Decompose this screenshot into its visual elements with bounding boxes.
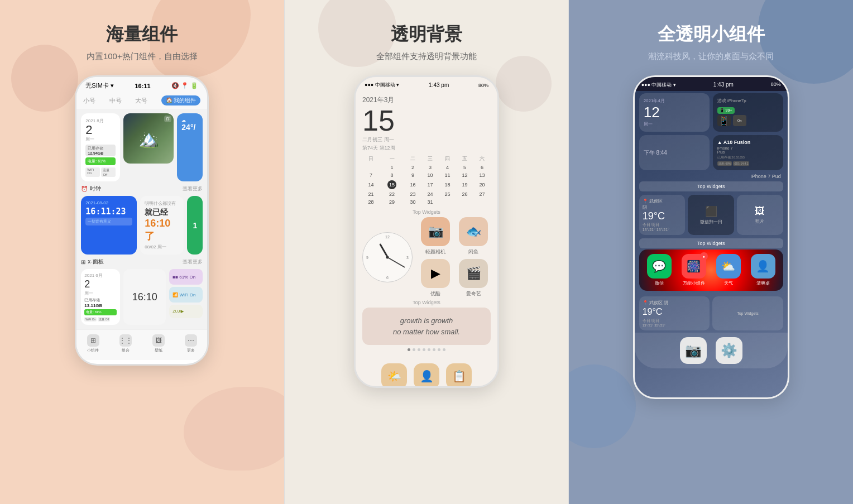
battery-3: 80% (771, 81, 781, 89)
cal-lunar: 二月初三 周一 (362, 136, 491, 143)
panel-widgets: 海量组件 内置100+热门组件，自由选择 无SIM卡 ▾ 16:11 🔇 📍 🔋… (0, 0, 284, 504)
dock-camera[interactable]: 📷 (680, 337, 707, 364)
cal-weekday-tue: 二 (404, 154, 421, 164)
my-widgets-btn[interactable]: 🏠 我的组件 (161, 95, 201, 105)
cal-cell: 6 (473, 164, 491, 171)
bottom-widget-note: 📋 (446, 363, 472, 388)
cal-weekday-thu: 四 (439, 154, 456, 164)
phone-dock-3: 📷 ⚙️ (635, 333, 788, 368)
bottom-widget-row-3: 📍 武侯区 阴 19°C 今日 明日 13°/21° 35°/21° Top W… (635, 294, 788, 333)
top-widgets-label-2: Top Widgets (362, 209, 491, 215)
top-widgets-banner-3: Top Widgets (639, 181, 783, 191)
phone-mockup-3: ●●● 中国移动 ▾ 1:43 pm 80% 2021年4月 12 周一 游戏 … (633, 75, 789, 399)
date-widget: 2021 8月 2 周一 已用存储 12.94GB 电量: 61% WiFi O… (81, 113, 120, 181)
bottom-icon-combo[interactable]: ⋮⋮ 组合 (119, 334, 132, 353)
cal-weekday-mon: 一 (380, 154, 404, 164)
panel2-title: 透明背景 (391, 22, 462, 47)
quote-widget: growth is growth no matter how small. (362, 308, 491, 345)
bottom-widgets-row: 🌤️ 👤 📋 (356, 359, 497, 388)
cal-cell: 25 (439, 190, 456, 198)
cal-cell: 12 (456, 171, 473, 179)
cal-cell (456, 198, 473, 206)
cal-cell: 24 (421, 190, 439, 198)
tab-large[interactable]: 大号 (135, 97, 147, 105)
widget-tabs: 小号 中号 大号 🏠 我的组件 (76, 92, 207, 109)
cal-cell: 10 (421, 171, 439, 179)
cal-cell: 20 (473, 179, 491, 190)
cal-day-big: 15 (362, 106, 491, 135)
tab-medium[interactable]: 中号 (109, 97, 122, 105)
cal-cell: 22 (380, 190, 404, 198)
cal-weekday-sat: 六 (473, 154, 491, 164)
decorative-blob (11, 45, 78, 112)
bottom-icon-wallpaper[interactable]: 🖼 壁纸 (152, 334, 165, 353)
clock-more[interactable]: 查看更多 (183, 185, 203, 193)
calendar-num-widget: 1 (187, 196, 203, 255)
cal-weekday-wed: 三 (421, 154, 439, 164)
panel2-subtitle: 全部组件支持透明背景功能 (376, 51, 477, 62)
panel-misc-widgets: ■■ 61% On 📶 WiFi On ZUJI▶ (169, 269, 203, 325)
dot-5 (428, 348, 430, 351)
panel1-subtitle: 内置100+热门组件，自由选择 (87, 51, 198, 62)
bottom-label-combo: 组合 (122, 348, 130, 353)
carrier-2: ●●● 中国移动 ▾ (365, 81, 399, 89)
dock-settings[interactable]: ⚙️ (716, 337, 742, 364)
dot-2 (413, 348, 415, 351)
dot-1 (408, 348, 410, 351)
cal-cell: 23 (404, 190, 421, 198)
time-2: 1:43 pm (429, 82, 449, 88)
status-icons-1: 🔇 📍 🔋 (171, 82, 198, 89)
bottom-icon-more[interactable]: ⋯ 更多 (185, 334, 197, 353)
app-icon-wechat[interactable]: 💬 微信 (644, 254, 675, 286)
app-icon-widgets[interactable]: 🎆 ● 万能小组件 (678, 254, 710, 286)
phone-mockup-2: ●●● 中国移动 ▾ 1:43 pm 80% 2021年3月 15 二月初三 周… (354, 75, 499, 388)
cal-cell (362, 164, 380, 171)
xpanel-title: x-面板 (88, 258, 103, 266)
app-icon-weather[interactable]: ⛅ 天气 (713, 254, 744, 286)
bottom-label-wallpaper: 壁纸 (155, 348, 162, 353)
carrier-1: 无SIM卡 ▾ (85, 81, 114, 90)
weather-apps-section: 📍 武侯区 阴 19°C 今日 明日 13°/21° 13°/21° ⬛ 微信扫… (635, 193, 788, 237)
panel3-subtitle: 潮流科技风，让你的桌面与众不同 (648, 51, 774, 62)
clock-section-header: ⏰ 时钟 查看更多 (81, 185, 203, 193)
bottom-label-more: 更多 (187, 348, 195, 353)
device-widget-3: 游戏 iPhone7p 📱 99+ 📱 On (713, 93, 783, 132)
xpanel-more[interactable]: 查看更多 (183, 258, 203, 266)
iphone7-label: IPhone 7 Pud (635, 172, 788, 180)
cal-weekday-fri: 五 (456, 154, 473, 164)
cal-cell: 3 (421, 164, 439, 171)
time-widget-3: 下午 8:44 (639, 135, 710, 170)
xpanel-section-header: ⊞ x-面板 查看更多 (81, 258, 203, 266)
top-widgets-3-small: Top Widgets (712, 296, 783, 330)
top-widgets-label-2b: Top Widgets (362, 300, 491, 305)
top-widgets-banner-3b: Top Widgets (639, 238, 783, 248)
clock-section-title: 时钟 (90, 185, 101, 193)
top-widget-area-3: 2021年4月 12 周一 游戏 iPhone7p 📱 99+ 📱 On 下午 … (635, 91, 788, 172)
cal-cell: 14 (362, 179, 380, 190)
cal-cell (473, 198, 491, 206)
bottom-icon-widgets[interactable]: ⊞ 小组件 (87, 334, 99, 353)
cal-month-year: 2021年3月 (362, 95, 491, 105)
widget-icons-grid: 📷 轻颜相机 🐟 闲鱼 ▶ 优酷 🎬 爱奇艺 (418, 217, 491, 297)
cal-cell: 18 (439, 179, 456, 190)
processor-widget: ▲ A10 Fusion iPhone 7 Plus 已用存储 26.51GB … (713, 135, 783, 170)
cal-cell: 16 (404, 179, 421, 190)
widget-icon-youku: ▶ 优酷 (418, 259, 453, 297)
carrier-3: ●●● 中国移动 ▾ (641, 81, 676, 89)
time-3: 1:43 pm (713, 81, 734, 89)
tab-small[interactable]: 小号 (83, 97, 95, 105)
app-icon-qingzhuang[interactable]: 👤 清爽桌 (747, 254, 779, 286)
dots-indicator (362, 348, 491, 351)
cal-cell: 30 (404, 198, 421, 206)
panel-time-widget: 16:10 (123, 269, 166, 325)
cal-cell: 13 (473, 171, 491, 179)
analog-clock-widget: 12 3 6 9 (362, 232, 413, 282)
cal-cell: 7 (362, 171, 380, 179)
status-bar-2: ●●● 中国移动 ▾ 1:43 pm 80% (356, 77, 497, 91)
panel-date-widget: 2021 6月 2 周一 已用存储 13.11GB 电量: 81% WiFi O… (81, 269, 120, 325)
cal-weekday-sun: 日 (362, 154, 380, 164)
dot-3 (418, 348, 420, 351)
panel-transparent: 透明背景 全部组件支持透明背景功能 ●●● 中国移动 ▾ 1:43 pm 80%… (284, 0, 569, 504)
phone-mockup-1: 无SIM卡 ▾ 16:11 🔇 📍 🔋 小号 中号 大号 🏠 我的组件 2021… (75, 75, 209, 366)
cal-cell-today: 15 (380, 179, 404, 190)
